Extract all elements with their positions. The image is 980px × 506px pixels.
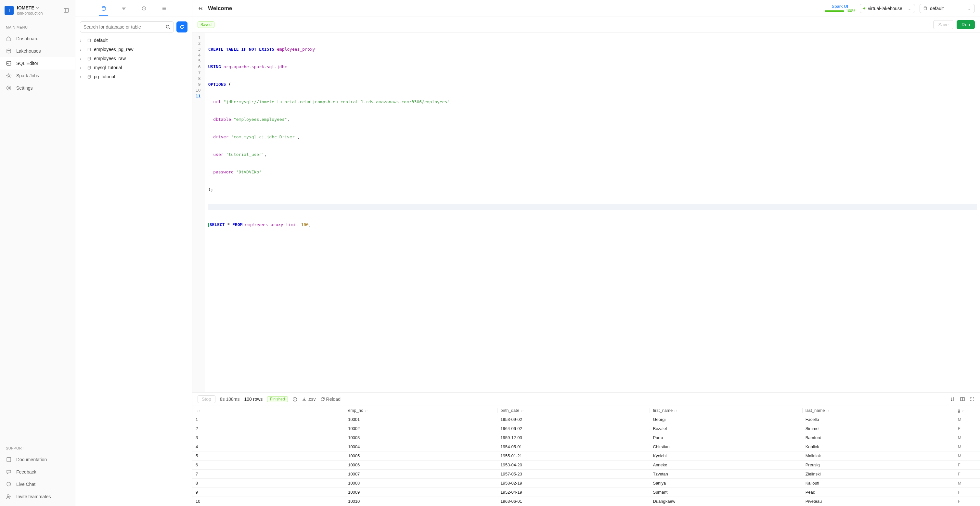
- database-icon: [87, 38, 91, 43]
- refresh-button[interactable]: [177, 21, 188, 32]
- sidebar-item-feedback[interactable]: Feedback: [0, 466, 75, 478]
- table-cell: 10008: [345, 479, 497, 488]
- table-cell: F: [955, 488, 980, 497]
- table-cell: 9: [192, 488, 345, 497]
- table-cell: 10001: [345, 415, 497, 424]
- info-icon[interactable]: [293, 397, 298, 402]
- browser-search-input[interactable]: [84, 24, 166, 30]
- settings-icon: [6, 85, 12, 91]
- sort-icon[interactable]: [950, 397, 955, 402]
- fullscreen-icon[interactable]: [970, 397, 975, 402]
- lakehouse-select[interactable]: virtual-lakehouse ⌄: [860, 4, 915, 13]
- reload-button[interactable]: Reload: [320, 397, 340, 402]
- row-count: 100 rows: [244, 397, 263, 402]
- sidebar-item-settings[interactable]: Settings: [0, 82, 75, 94]
- reload-icon: [320, 397, 325, 401]
- svg-point-20: [88, 75, 90, 76]
- browser-tab-databases[interactable]: [99, 1, 108, 16]
- table-cell: 1959-12-03: [497, 433, 649, 443]
- workspace-name: IOMETE: [17, 5, 35, 10]
- sidebar-item-label: Lakehouses: [16, 48, 41, 54]
- table-row[interactable]: 10100101963-06-01DuangkaewPiveteauF: [192, 497, 980, 506]
- chevron-right-icon: ›: [80, 38, 84, 43]
- sidebar-item-label: Dashboard: [16, 36, 39, 41]
- browser-tabs: [75, 0, 192, 17]
- panel-toggle-icon[interactable]: [62, 6, 70, 14]
- tab-title: Welcome: [208, 5, 232, 12]
- table-cell: 8: [192, 479, 345, 488]
- schema-value: default: [930, 6, 943, 11]
- table-row[interactable]: 7100071957-05-23TzvetanZielinskiF: [192, 470, 980, 479]
- column-header[interactable]: ↓↑: [192, 406, 345, 415]
- table-cell: 1953-04-20: [497, 460, 649, 470]
- table-cell: F: [955, 470, 980, 479]
- save-button[interactable]: Save: [933, 20, 953, 29]
- sidebar-item-sql-editor[interactable]: SQL Editor: [0, 57, 75, 70]
- stop-button[interactable]: Stop: [197, 395, 215, 403]
- saved-badge: Saved: [197, 21, 215, 28]
- sidebar-item-dashboard[interactable]: Dashboard: [0, 32, 75, 45]
- table-row[interactable]: 5100051955-01-21KyoichiMaliniakM: [192, 451, 980, 460]
- code-editor[interactable]: 1⌄234567891011 CREATE TABLE IF NOT EXIST…: [192, 33, 980, 392]
- download-csv-button[interactable]: .csv: [302, 397, 316, 402]
- tree-item-label: employees_raw: [94, 56, 126, 61]
- tree-item[interactable]: ›default: [77, 36, 190, 45]
- sidebar-item-documentation[interactable]: Documentation: [0, 454, 75, 466]
- sidebar-item-live-chat[interactable]: Live Chat: [0, 478, 75, 490]
- spark-ui-link[interactable]: Spark UI 100%: [825, 4, 855, 13]
- browser-tab-list[interactable]: [159, 1, 169, 16]
- table-cell: 1953-09-02: [497, 415, 649, 424]
- tree-item[interactable]: ›pg_tutorial: [77, 72, 190, 81]
- column-header[interactable]: birth_date↓↑: [497, 406, 649, 415]
- column-header[interactable]: emp_no↓↑: [345, 406, 497, 415]
- table-cell: 1964-06-02: [497, 424, 649, 433]
- book-icon: [6, 457, 12, 463]
- sidebar-item-lakehouses[interactable]: Lakehouses: [0, 45, 75, 57]
- sidebar-item-spark-jobs[interactable]: Spark Jobs: [0, 70, 75, 82]
- svg-point-15: [166, 25, 169, 28]
- table-cell: Chirstian: [649, 443, 802, 451]
- table-row[interactable]: 8100081958-02-19SaniyaKalloufiM: [192, 479, 980, 488]
- table-row[interactable]: 3100031959-12-03PartoBamfordM: [192, 433, 980, 443]
- finished-badge: Finished: [267, 396, 288, 402]
- column-header[interactable]: first_name↓↑: [649, 406, 802, 415]
- tree-item[interactable]: ›employees_pg_raw: [77, 45, 190, 54]
- tree-item[interactable]: ›mysql_tutorial: [77, 63, 190, 72]
- chevron-right-icon: ›: [80, 74, 84, 79]
- svg-point-4: [8, 75, 10, 77]
- sidebar-item-label: Invite teammates: [16, 494, 51, 499]
- table-cell: Georgi: [649, 415, 802, 424]
- layout-icon[interactable]: [960, 397, 965, 402]
- collapse-icon[interactable]: [197, 6, 204, 11]
- browser-tab-history[interactable]: [139, 1, 148, 16]
- tree-item[interactable]: ›employees_raw: [77, 54, 190, 63]
- svg-point-18: [88, 57, 90, 58]
- column-header[interactable]: g↓↑: [955, 406, 980, 415]
- table-row[interactable]: 6100061953-04-20AnnekePreusigF: [192, 460, 980, 470]
- table-cell: Maliniak: [802, 451, 955, 460]
- table-row[interactable]: 2100021964-06-02BezalelSimmelF: [192, 424, 980, 433]
- table-cell: M: [955, 415, 980, 424]
- query-timing: 8s 108ms: [220, 397, 240, 402]
- column-header[interactable]: last_name↓↑: [802, 406, 955, 415]
- chevron-down-icon: ⌄: [908, 6, 912, 11]
- invite-icon: [6, 494, 12, 500]
- sidebar-item-invite[interactable]: Invite teammates: [0, 490, 75, 503]
- schema-select[interactable]: default ⌄: [920, 4, 975, 13]
- results-table-wrapper: ↓↑emp_no↓↑birth_date↓↑first_name↓↑last_n…: [192, 406, 980, 506]
- chevron-down-icon: [36, 6, 39, 10]
- browser-search[interactable]: [80, 21, 174, 32]
- svg-point-13: [102, 6, 105, 8]
- table-row[interactable]: 1100011953-09-02GeorgiFacelloM: [192, 415, 980, 424]
- table-row[interactable]: 4100041954-05-01ChirstianKoblickM: [192, 443, 980, 451]
- run-button[interactable]: Run: [957, 20, 975, 29]
- workspace-switcher[interactable]: I IOMETE iom-production: [0, 0, 75, 19]
- table-row[interactable]: 9100091952-04-19SumantPeacF: [192, 488, 980, 497]
- support-heading: SUPPORT: [0, 446, 75, 454]
- table-cell: 3: [192, 433, 345, 443]
- sidebar-item-label: Feedback: [16, 469, 36, 474]
- table-cell: F: [955, 424, 980, 433]
- feedback-icon: [6, 469, 12, 475]
- results-toolbar: Stop 8s 108ms 100 rows Finished .csv Rel…: [192, 392, 980, 406]
- browser-tab-filters[interactable]: [119, 1, 128, 16]
